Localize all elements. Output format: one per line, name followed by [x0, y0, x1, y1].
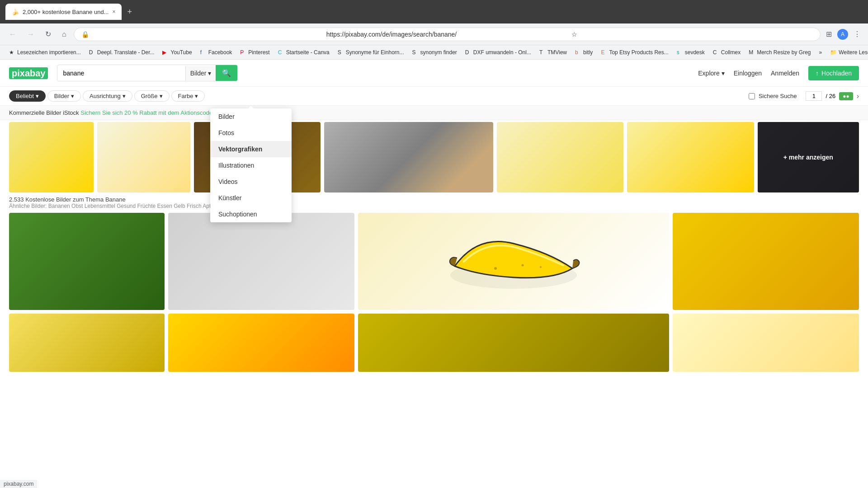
grid-col-1 [9, 213, 165, 372]
image-item[interactable] [168, 213, 354, 310]
image-item[interactable] [358, 213, 669, 310]
bookmark-merch-resize[interactable]: M Merch Resize by Greg [745, 48, 814, 56]
filter-orientation[interactable]: Ausrichtung ▾ [83, 90, 132, 102]
image-item[interactable] [358, 314, 669, 372]
dropdown-item-fotos[interactable]: Fotos [210, 125, 292, 141]
folder-icon: 📁 [830, 49, 837, 56]
image-item[interactable] [673, 213, 859, 310]
bookmark-label: Pinterest [248, 49, 269, 56]
bookmark-icon[interactable]: ☆ [571, 31, 813, 38]
security-icon: 🔒 [81, 31, 323, 38]
safe-search-checkbox[interactable] [749, 93, 755, 99]
extensions-button[interactable]: ⊞ [824, 28, 834, 40]
image-item[interactable] [9, 314, 165, 372]
bookmark-canva[interactable]: C Startseite - Canva [274, 48, 333, 56]
result-count: 2.533 Kostenlose Bilder zum Thema Banane [9, 196, 859, 203]
safe-search-label: Sichere Suche [759, 93, 797, 99]
reload-button[interactable]: ↻ [42, 27, 55, 41]
bookmark-label: YouTube [170, 49, 192, 56]
bookmark-pinterest[interactable]: P Pinterest [236, 48, 273, 56]
bookmark-bitly[interactable]: b bitly [571, 48, 596, 56]
pixabay-page: pixabay Bilder ▾ 🔍 Explore ▾ Einloggen A… [0, 60, 868, 488]
safe-search: Sichere Suche [749, 93, 797, 99]
bookmark-label: TMView [547, 49, 567, 56]
bookmark-synonym-finder[interactable]: S synonym finder [408, 48, 460, 56]
menu-button[interactable]: ⋮ [852, 28, 863, 40]
site-logo[interactable]: pixabay [9, 67, 48, 79]
grid-col-2 [168, 213, 354, 372]
login-link[interactable]: Einloggen [734, 70, 762, 77]
new-tab-button[interactable]: + [123, 5, 136, 19]
bookmark-item[interactable]: D Deepl. Translate - Der... [85, 48, 158, 56]
bookmark-label: Top Etsy Products Res... [609, 49, 668, 56]
bookmark-label: Collmex [721, 49, 741, 56]
image-item[interactable] [627, 122, 754, 192]
deepl-icon: D [89, 49, 95, 56]
back-button[interactable]: ← [5, 28, 20, 41]
active-tab[interactable]: 🍌 2,000+ kostenlose Banane und... × [5, 4, 122, 20]
profile-button[interactable]: A [837, 29, 848, 40]
bookmark-collmex[interactable]: C Collmex [709, 48, 744, 56]
bookmark-label: Facebook [208, 49, 232, 56]
dropdown-item-bilder[interactable]: Bilder [210, 108, 292, 125]
image-item[interactable] [324, 122, 493, 192]
search-type-dropdown[interactable]: Bilder ▾ [185, 66, 216, 80]
image-item[interactable] [9, 122, 94, 192]
grid-col-4 [673, 213, 859, 372]
bookmark-sevdesk[interactable]: s sevdesk [673, 48, 708, 56]
address-bar[interactable]: 🔒 https://pixabay.com/de/images/search/b… [74, 28, 821, 41]
image-item[interactable] [673, 314, 859, 372]
bookmark-item[interactable]: ★ Lesezeichen importieren... [5, 48, 85, 56]
register-link[interactable]: Anmelden [771, 70, 799, 77]
filter-images[interactable]: Bilder ▾ [47, 90, 81, 102]
dropdown-item-kuenstler[interactable]: Künstler [210, 190, 292, 206]
address-text: https://pixabay.com/de/images/search/ban… [326, 31, 568, 38]
image-item[interactable] [9, 213, 165, 310]
filter-popular[interactable]: Beliebt ▾ [9, 90, 46, 102]
bookmark-label: Merch Resize by Greg [757, 49, 811, 56]
bookmark-label: sevdesk [685, 49, 705, 56]
bookmark-label: Deepl. Translate - Der... [97, 49, 155, 56]
dropdown-item-illustrationen[interactable]: Illustrationen [210, 157, 292, 174]
bookmark-dxf[interactable]: D DXF umwandeln - Onl... [462, 48, 535, 56]
star-icon: ★ [9, 49, 15, 56]
explore-link[interactable]: Explore ▾ [698, 70, 724, 77]
synonym-icon: S [412, 49, 418, 56]
next-page-button[interactable]: › [857, 92, 859, 100]
image-item[interactable] [497, 122, 623, 192]
image-item[interactable] [97, 122, 190, 192]
result-info: 2.533 Kostenlose Bilder zum Thema Banane… [0, 192, 868, 211]
bookmark-label: synonym finder [420, 49, 457, 56]
status-text: pixabay.com [4, 481, 33, 487]
forward-button[interactable]: → [24, 28, 38, 41]
more-images-button[interactable]: + mehr anzeigen [758, 122, 859, 192]
filter-size[interactable]: Größe ▾ [134, 90, 170, 102]
filter-color[interactable]: Farbe ▾ [171, 90, 205, 102]
browser-actions: ⊞ A ⋮ [824, 28, 863, 40]
bookmark-tmview[interactable]: T TMView [536, 48, 571, 56]
pagination: / 26 ●● › [806, 91, 859, 101]
dropdown-item-suchoptionen[interactable]: Suchoptionen [210, 206, 292, 222]
bookmark-label: DXF umwandeln - Onl... [473, 49, 531, 56]
search-button[interactable]: 🔍 [216, 65, 237, 81]
home-button[interactable]: ⌂ [58, 28, 70, 41]
bookmark-etsy[interactable]: E Top Etsy Products Res... [597, 48, 672, 56]
more-images-cell[interactable]: + mehr anzeigen [758, 122, 859, 192]
bookmark-label: Weitere Lesezeichen... [839, 49, 868, 56]
dropdown-item-vektorgrafiken[interactable]: Vektorgrafiken [210, 141, 292, 157]
bookmark-more-arrow[interactable]: » [816, 48, 826, 56]
dropdown-item-videos[interactable]: Videos [210, 174, 292, 190]
search-input[interactable] [57, 66, 185, 80]
close-tab-button[interactable]: × [112, 9, 115, 15]
dxf-icon: D [465, 49, 472, 56]
image-item[interactable] [168, 314, 354, 372]
page-input[interactable] [806, 91, 822, 101]
bookmark-facebook[interactable]: f Facebook [197, 48, 236, 56]
synonyme-icon: S [338, 49, 344, 56]
upload-button[interactable]: ↑ Hochladen [808, 66, 859, 80]
favicon: 🍌 [12, 9, 19, 15]
bookmark-synonyme[interactable]: S Synonyme für Einhorn... [334, 48, 408, 56]
collmex-icon: C [713, 49, 719, 56]
bookmark-youtube[interactable]: ▶ YouTube [159, 48, 195, 56]
bookmark-folder[interactable]: 📁 Weitere Lesezeichen... [826, 48, 868, 56]
